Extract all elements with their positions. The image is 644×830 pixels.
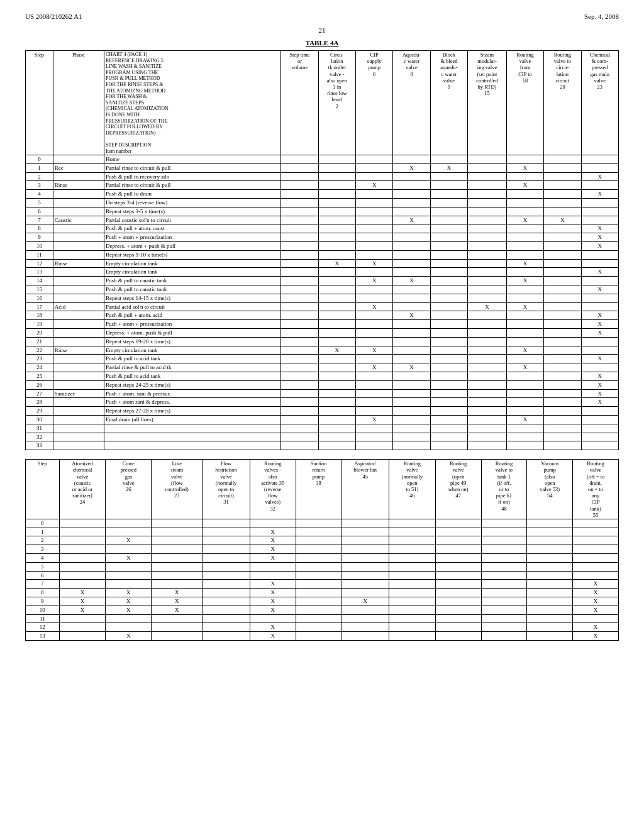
table-cell xyxy=(435,519,481,528)
table-row: 5 xyxy=(26,562,619,571)
table-cell xyxy=(481,580,527,589)
table-cell xyxy=(481,571,527,580)
table-cell: X xyxy=(581,172,618,181)
table-cell xyxy=(393,424,430,433)
table-cell xyxy=(318,311,355,320)
table-cell: X xyxy=(393,311,430,320)
table-cell: 11 xyxy=(26,614,60,623)
table-cell xyxy=(581,199,618,208)
table-cell xyxy=(430,277,467,285)
table-cell xyxy=(152,536,203,545)
table-cell xyxy=(544,277,581,285)
table-cell: X xyxy=(250,536,296,545)
table-cell xyxy=(430,285,467,294)
table-cell xyxy=(544,259,581,268)
table-cell xyxy=(435,554,481,563)
bot-col-c55: Routingvalve(off = todrain,on = toanyCIP… xyxy=(573,460,619,519)
table-cell xyxy=(435,597,481,606)
table-cell: X xyxy=(581,242,618,251)
table-cell: X xyxy=(356,363,393,372)
table-cell: Push & pull to caustic tank xyxy=(104,277,281,285)
table-cell xyxy=(544,372,581,381)
table-cell xyxy=(506,155,543,164)
table-cell xyxy=(389,589,435,597)
table-cell: 11 xyxy=(26,250,53,259)
table-cell: 0 xyxy=(26,519,60,528)
table-cell: 3 xyxy=(26,545,60,554)
table-cell: Push & pull to acid tank xyxy=(104,355,281,363)
bot-col-c32: Routingvalves -alsoactivate 35(reversefl… xyxy=(250,460,296,519)
table-cell xyxy=(393,372,430,381)
table-cell xyxy=(506,337,543,346)
table-cell: Push & pull to acid tank xyxy=(104,372,281,381)
table-cell xyxy=(435,632,481,641)
table-cell: X xyxy=(106,597,152,606)
table-cell xyxy=(53,329,104,338)
table-cell xyxy=(393,355,430,363)
table-cell xyxy=(393,190,430,199)
table-cell xyxy=(544,355,581,363)
table-cell xyxy=(281,224,318,233)
table-cell: X xyxy=(581,380,618,389)
table-cell xyxy=(296,528,341,536)
table-cell: Push & pull + atom. caust. xyxy=(104,224,281,233)
table-cell xyxy=(59,519,106,528)
table-cell xyxy=(430,224,467,233)
table-cell xyxy=(581,363,618,372)
page-number: 21 xyxy=(25,26,619,34)
table-cell xyxy=(435,580,481,589)
col-cip: CIPsupplypump6 xyxy=(356,51,393,155)
table-cell xyxy=(389,606,435,614)
table-cell xyxy=(53,233,104,242)
table-cell xyxy=(573,519,619,528)
table-cell xyxy=(53,398,104,407)
table-cell xyxy=(53,363,104,372)
table-cell: 7 xyxy=(26,580,60,589)
table-cell xyxy=(356,320,393,329)
table-cell xyxy=(468,311,507,320)
table-cell xyxy=(281,302,318,311)
table-cell xyxy=(581,433,618,441)
table-cell xyxy=(53,372,104,381)
table-cell xyxy=(152,554,203,563)
table-cell: Push + atom + pressurization xyxy=(104,233,281,242)
table-cell xyxy=(356,433,393,441)
table-cell xyxy=(468,199,507,208)
table-cell xyxy=(53,250,104,259)
table-cell xyxy=(53,416,104,424)
table-cell xyxy=(318,155,355,164)
table-cell xyxy=(481,632,527,641)
table-cell xyxy=(296,562,341,571)
table-cell xyxy=(53,441,104,450)
table-cell xyxy=(152,614,203,623)
table-cell xyxy=(318,302,355,311)
table-cell xyxy=(281,433,318,441)
bot-col-c26: Com-pressedgasvalve26 xyxy=(106,460,152,519)
table-cell xyxy=(581,181,618,190)
table-cell xyxy=(527,536,573,545)
table-cell xyxy=(435,528,481,536)
table-cell xyxy=(481,528,527,536)
table-cell xyxy=(481,536,527,545)
col-step: Step xyxy=(26,51,53,155)
table-cell xyxy=(506,172,543,181)
patent-number: US 2008/210262 A1 xyxy=(25,13,82,20)
table-cell: X xyxy=(106,536,152,545)
table-cell xyxy=(53,311,104,320)
table-cell: Repeat steps 3-5 x time(s) xyxy=(104,207,281,216)
table-cell xyxy=(393,441,430,450)
table-cell xyxy=(203,562,250,571)
table-cell: Push & pull to caustic tank xyxy=(104,285,281,294)
table-cell xyxy=(318,294,355,302)
table-cell: 5 xyxy=(26,562,60,571)
table-cell xyxy=(393,285,430,294)
table-row: 3X xyxy=(26,545,619,554)
table-cell: 8 xyxy=(26,224,53,233)
table-cell: X xyxy=(106,606,152,614)
table-cell xyxy=(296,554,341,563)
table-cell: X xyxy=(581,320,618,329)
table-row: 10Depress. + atom + push & pullX xyxy=(26,242,619,251)
bot-col-c45: Aspirator/blower fan45 xyxy=(341,460,389,519)
table-cell xyxy=(356,172,393,181)
table-cell xyxy=(318,181,355,190)
